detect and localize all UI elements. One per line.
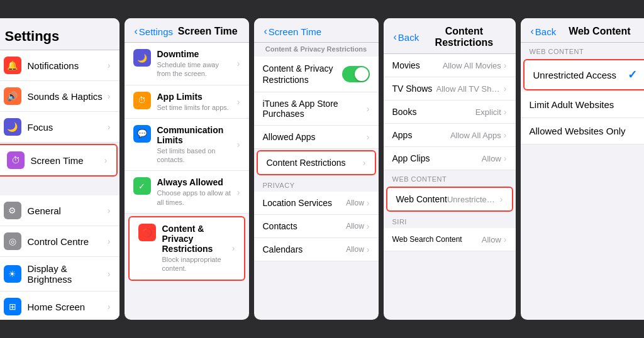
web-content-value: Unrestricted Acc... bbox=[447, 195, 497, 204]
back-chevron-4-icon: ‹ bbox=[531, 26, 534, 37]
settings-item-focus[interactable]: 🌙 Focus › bbox=[0, 112, 119, 143]
content-restrictions-item[interactable]: Content Restrictions › bbox=[257, 150, 376, 175]
content-restrictions-list: Movies Allow All Movies › TV Shows Allow… bbox=[384, 54, 516, 320]
settings-item-notifications[interactable]: 🔔 Notifications › bbox=[0, 50, 119, 81]
allowed-apps-item[interactable]: Allowed Apps › bbox=[254, 126, 379, 149]
allowed-apps-label: Allowed Apps bbox=[263, 132, 367, 142]
allowed-only-item[interactable]: Allowed Websites Only bbox=[521, 118, 645, 144]
display-label: Display & Brightness bbox=[28, 263, 108, 285]
content-privacy-sub: Block inappropriate content. bbox=[162, 255, 230, 273]
general-chevron: › bbox=[108, 205, 111, 215]
app-clips-item[interactable]: App Clips Allow › bbox=[384, 147, 516, 170]
web-content-panel: ‹ Back Web Content WEB CONTENT Unrestric… bbox=[521, 18, 645, 320]
books-chevron: › bbox=[504, 107, 507, 117]
books-label: Books bbox=[392, 107, 436, 117]
web-content-title: Web Content bbox=[560, 26, 639, 37]
content-privacy-back[interactable]: ‹ Screen Time bbox=[264, 26, 322, 37]
settings-header: Settings bbox=[0, 18, 119, 50]
content-privacy-header: ‹ Screen Time bbox=[254, 18, 379, 43]
unrestricted-checkmark: ✓ bbox=[628, 68, 637, 82]
downtime-item[interactable]: 🌙 Downtime Schedule time away from the s… bbox=[125, 43, 249, 85]
app-limits-title: App Limits bbox=[157, 92, 235, 102]
content-privacy-content: Content & Privacy Restrictions Block ina… bbox=[162, 224, 230, 273]
content-restrictions-back[interactable]: ‹ Back bbox=[394, 31, 419, 43]
panels-container: Settings 🔔 Notifications › 🔊 Sounds & Ha… bbox=[0, 18, 644, 320]
web-content-item[interactable]: Web Content Unrestricted Acc... › bbox=[386, 187, 513, 212]
focus-chevron: › bbox=[108, 122, 111, 132]
display-icon: ☀ bbox=[4, 265, 21, 283]
sounds-chevron: › bbox=[108, 91, 111, 101]
web-search-item[interactable]: Web Search Content Allow › bbox=[384, 228, 516, 251]
back-label: Settings bbox=[139, 26, 173, 37]
app-limits-item[interactable]: ⏱ App Limits Set time limits for apps. › bbox=[125, 85, 249, 119]
web-content-section: WEB CONTENT bbox=[521, 43, 645, 58]
itunes-item[interactable]: iTunes & App Store Purchases › bbox=[254, 92, 379, 126]
apps-value: Allow All Apps bbox=[436, 131, 501, 140]
unrestricted-access-label: Unrestricted Access bbox=[533, 70, 628, 80]
back-chevron-3-icon: ‹ bbox=[394, 31, 397, 43]
location-services-value: Allow bbox=[346, 199, 364, 207]
notifications-chevron: › bbox=[108, 60, 111, 70]
apps-label: Apps bbox=[392, 130, 436, 140]
always-allowed-icon: ✓ bbox=[133, 177, 151, 195]
books-value: Explicit bbox=[436, 107, 501, 117]
web-content-list: WEB CONTENT Unrestricted Access ✓ Limit … bbox=[521, 43, 645, 320]
siri-section-label: SIRI bbox=[384, 213, 516, 228]
calendars-label: Calendars bbox=[263, 244, 347, 254]
content-restrictions-panel: ‹ Back Content Restrictions Movies Allow… bbox=[384, 18, 516, 320]
settings-item-general[interactable]: ⚙ General › bbox=[0, 195, 119, 226]
books-item[interactable]: Books Explicit › bbox=[384, 101, 516, 124]
downtime-icon: 🌙 bbox=[133, 49, 151, 67]
contacts-item[interactable]: Contacts Allow › bbox=[254, 215, 379, 238]
toggle-switch[interactable] bbox=[342, 66, 370, 82]
always-allowed-item[interactable]: ✓ Always Allowed Choose apps to allow at… bbox=[125, 171, 249, 214]
notifications-label: Notifications bbox=[28, 60, 108, 71]
web-search-label: Web Search Content bbox=[392, 235, 462, 244]
unrestricted-access-item[interactable]: Unrestricted Access ✓ bbox=[523, 59, 645, 90]
apps-chevron: › bbox=[504, 130, 507, 140]
back-label-4: Back bbox=[535, 26, 556, 37]
tv-shows-chevron: › bbox=[504, 84, 507, 94]
screen-time-back[interactable]: ‹ Settings bbox=[135, 26, 174, 37]
tv-shows-value: Allow All TV Shows bbox=[436, 84, 501, 94]
settings-title: Settings bbox=[5, 28, 109, 45]
focus-label: Focus bbox=[28, 122, 108, 133]
downtime-sub: Schedule time away from the screen. bbox=[157, 60, 235, 79]
itunes-chevron: › bbox=[367, 104, 370, 114]
calendars-chevron: › bbox=[367, 244, 370, 254]
tv-shows-item[interactable]: TV Shows Allow All TV Shows › bbox=[384, 77, 516, 101]
app-limits-content: App Limits Set time limits for apps. bbox=[157, 92, 235, 112]
settings-item-screen-time[interactable]: ⏱ Screen Time › bbox=[0, 144, 118, 177]
settings-item-control-centre[interactable]: ◎ Control Centre › bbox=[0, 226, 119, 257]
web-search-chevron: › bbox=[504, 234, 507, 244]
content-restrictions-label: Content Restrictions bbox=[267, 158, 363, 168]
movies-item[interactable]: Movies Allow All Movies › bbox=[384, 54, 516, 77]
location-services-item[interactable]: Location Services Allow › bbox=[254, 192, 379, 215]
always-allowed-title: Always Allowed bbox=[157, 177, 235, 187]
web-content-back[interactable]: ‹ Back bbox=[531, 26, 557, 37]
settings-item-sounds[interactable]: 🔊 Sounds & Haptics › bbox=[0, 81, 119, 112]
general-icon: ⚙ bbox=[4, 202, 21, 219]
web-content-chevron: › bbox=[500, 194, 503, 204]
limit-adult-label: Limit Adult Websites bbox=[530, 99, 641, 110]
communication-sub: Set limits based on contacts. bbox=[157, 146, 235, 165]
content-privacy-item[interactable]: 🚫 Content & Privacy Restrictions Block i… bbox=[128, 216, 245, 281]
screen-time-chevron: › bbox=[104, 155, 108, 165]
limit-adult-item[interactable]: Limit Adult Websites bbox=[521, 92, 645, 118]
home-screen-icon: ⊞ bbox=[4, 298, 21, 315]
settings-item-home-screen[interactable]: ⊞ Home Screen › bbox=[0, 292, 119, 320]
content-restrictions-chevron: › bbox=[363, 158, 366, 168]
apps-item[interactable]: Apps Allow All Apps › bbox=[384, 124, 516, 147]
tv-shows-label: TV Shows bbox=[392, 84, 436, 94]
calendars-item[interactable]: Calendars Allow › bbox=[254, 238, 379, 261]
control-centre-chevron: › bbox=[108, 236, 111, 246]
content-restrictions-header: ‹ Back Content Restrictions bbox=[384, 18, 516, 54]
content-privacy-chevron: › bbox=[232, 243, 235, 253]
separator-1 bbox=[0, 178, 119, 195]
communication-limits-item[interactable]: 💬 Communication Limits Set limits based … bbox=[125, 119, 249, 172]
settings-item-display[interactable]: ☀ Display & Brightness › bbox=[0, 257, 119, 292]
control-centre-icon: ◎ bbox=[4, 232, 21, 250]
communication-chevron: › bbox=[237, 139, 240, 150]
notifications-icon: 🔔 bbox=[4, 57, 21, 74]
contacts-chevron: › bbox=[367, 221, 370, 231]
